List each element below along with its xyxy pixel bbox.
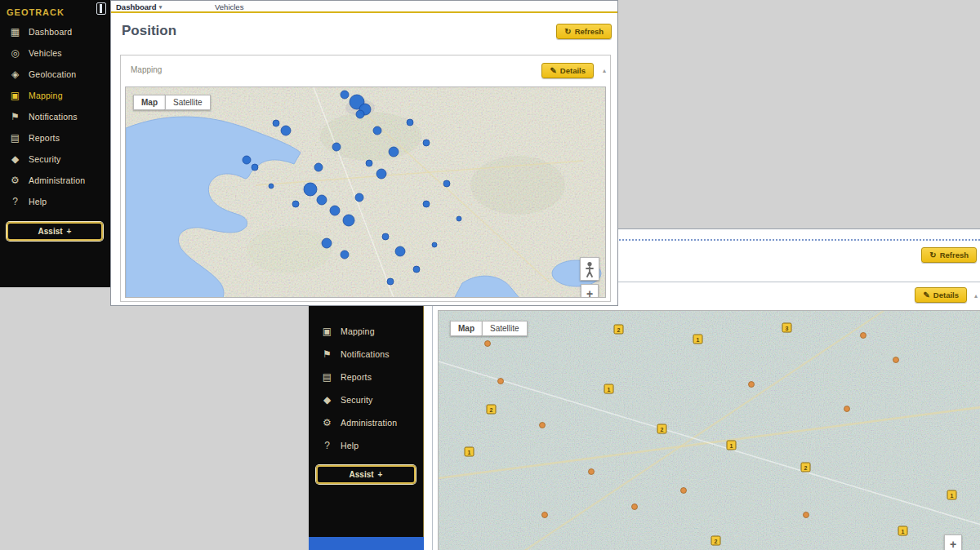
position-cluster-marker[interactable] [273, 120, 279, 126]
map-button[interactable]: Map [450, 321, 482, 336]
main-content-1: Dashboard ▾ Vehicles Position ↻ Refresh … [110, 0, 618, 306]
position-cluster-marker[interactable] [332, 143, 341, 151]
sidebar-item-reports[interactable]: ▤ Reports [309, 366, 423, 388]
position-cluster-marker[interactable] [443, 180, 450, 187]
position-cluster-marker[interactable] [281, 126, 291, 135]
vehicle-point-marker[interactable] [589, 469, 595, 475]
tab-vehicles[interactable]: Vehicles [215, 2, 243, 11]
position-cluster-marker[interactable] [432, 242, 437, 247]
collapse-panel-icon[interactable]: ▴ [974, 292, 978, 299]
sidebar-item-label: Security [341, 395, 373, 405]
position-cluster-marker[interactable] [355, 193, 363, 202]
sidebar-item-vehicles[interactable]: ◎ Vehicles [0, 42, 110, 64]
map-button[interactable]: Map [133, 95, 165, 110]
position-cluster-marker[interactable] [322, 238, 332, 248]
vehicle-point-marker[interactable] [485, 341, 491, 347]
sidebar-item-notifications[interactable]: ⚑ Notifications [309, 343, 423, 366]
sidebar-item-help[interactable]: ? Help [0, 191, 110, 212]
cluster-count: 1 [951, 493, 954, 499]
sidebar-item-help[interactable]: ? Help [309, 434, 423, 457]
vehicle-point-marker[interactable] [632, 504, 638, 510]
zoom-in-button[interactable]: + [581, 285, 598, 298]
collapse-sidebar-icon[interactable] [96, 2, 106, 15]
france-map[interactable]: Map Satellite + − [125, 86, 606, 298]
position-cluster-marker[interactable] [382, 233, 389, 240]
position-cluster-marker[interactable] [292, 201, 299, 207]
details-button[interactable]: ✎ Details [915, 287, 967, 303]
satellite-button[interactable]: Satellite [165, 95, 211, 110]
position-cluster-marker[interactable] [457, 216, 461, 221]
vehicle-point-marker[interactable] [893, 357, 899, 363]
vehicle-point-marker[interactable] [749, 382, 755, 388]
cluster-count: 2 [715, 539, 718, 544]
position-cluster-marker[interactable] [373, 126, 381, 135]
position-cluster-marker[interactable] [269, 184, 274, 189]
sidebar-item-mapping[interactable]: ▣ Mapping [0, 85, 110, 106]
satellite-button[interactable]: Satellite [482, 321, 528, 336]
map-panel-1-header: Mapping ✎ Details ▴ [121, 55, 610, 86]
zoom-control-1: + − [581, 284, 599, 298]
sidebar-item-notifications[interactable]: ⚑ Notifications [0, 106, 110, 127]
position-cluster-marker[interactable] [252, 164, 258, 171]
cluster-count: 2 [490, 407, 493, 413]
vehicle-point-marker[interactable] [844, 406, 850, 412]
map-panel-2: ✎ Details ▴ [432, 282, 980, 550]
sidebar-item-security[interactable]: ◆ Security [0, 149, 110, 170]
position-cluster-marker[interactable] [341, 251, 349, 259]
sidebar-item-label: Help [341, 441, 359, 450]
vehicle-point-marker[interactable] [681, 488, 687, 494]
map-icon: ▣ [8, 90, 22, 101]
position-cluster-marker[interactable] [407, 119, 413, 126]
pegman-street-view-icon[interactable] [580, 257, 599, 281]
assist-button[interactable]: Assist + [316, 465, 416, 484]
position-cluster-marker[interactable] [356, 110, 364, 118]
sidebar-item-dashboard[interactable]: ▦ Dashboard [0, 21, 110, 42]
position-cluster-marker[interactable] [366, 160, 372, 166]
refresh-icon: ↻ [929, 251, 936, 259]
sidebar-item-security[interactable]: ◆ Security [309, 388, 423, 411]
collapse-panel-icon[interactable]: ▴ [603, 67, 606, 74]
sidebar-item-mapping[interactable]: ▣ Mapping [309, 320, 423, 343]
position-cluster-marker[interactable] [243, 156, 251, 164]
position-cluster-marker[interactable] [343, 215, 354, 226]
refresh-button[interactable]: ↻ Refresh [921, 247, 977, 263]
report-icon: ▤ [8, 132, 22, 144]
sidebar-item-reports[interactable]: ▤ Reports [0, 127, 110, 149]
position-cluster-marker[interactable] [330, 206, 340, 215]
position-cluster-marker[interactable] [341, 91, 349, 99]
details-button[interactable]: ✎ Details [541, 63, 594, 78]
city-map[interactable]: 213221121211 Map Satellite + − [438, 310, 980, 550]
vehicle-point-marker[interactable] [540, 423, 546, 428]
vehicle-point-marker[interactable] [861, 333, 866, 339]
position-cluster-marker[interactable] [314, 163, 323, 171]
position-cluster-marker[interactable] [387, 278, 394, 285]
question-icon: ? [320, 440, 334, 451]
bottom-strip [309, 537, 424, 550]
tab-dashboard[interactable]: Dashboard ▾ [116, 2, 162, 11]
edit-icon: ✎ [550, 66, 556, 75]
vehicle-point-marker[interactable] [498, 379, 504, 384]
details-button-label: Details [933, 291, 959, 299]
position-cluster-marker[interactable] [317, 195, 327, 205]
position-cluster-marker[interactable] [423, 201, 430, 207]
assist-button[interactable]: Assist + [7, 222, 103, 241]
vehicle-point-marker[interactable] [542, 512, 548, 518]
tab-label: Vehicles [215, 2, 243, 11]
vehicle-point-marker[interactable] [804, 512, 809, 518]
position-cluster-marker[interactable] [395, 246, 405, 256]
sidebar-item-label: Mapping [341, 326, 375, 336]
position-cluster-marker[interactable] [304, 183, 317, 196]
sidebar-item-administration[interactable]: ⚙ Administration [0, 170, 110, 191]
refresh-button[interactable]: ↻ Refresh [556, 24, 612, 39]
sidebar-item-administration[interactable]: ⚙ Administration [309, 411, 423, 434]
position-cluster-marker[interactable] [376, 169, 386, 179]
cluster-count: 1 [608, 387, 611, 393]
sidebar-item-label: Security [29, 154, 61, 164]
position-cluster-marker[interactable] [413, 266, 420, 273]
position-cluster-marker[interactable] [423, 140, 430, 146]
sidebar-item-geolocation[interactable]: ◈ Geolocation [0, 64, 110, 85]
position-cluster-marker[interactable] [389, 147, 399, 157]
sidebar-1-nav: ▦ Dashboard ◎ Vehicles ◈ Geolocation ▣ M… [0, 21, 110, 212]
zoom-in-button[interactable]: + [945, 535, 961, 550]
gear-icon: ⚙ [8, 175, 22, 186]
